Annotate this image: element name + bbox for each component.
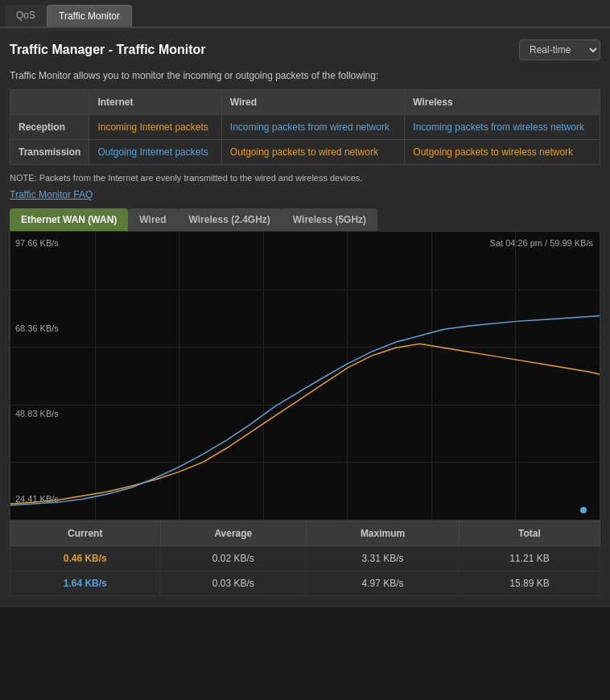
- stats-total-1: 11.21 KB: [459, 546, 600, 571]
- cell-transmission-internet: Outgoing Internet packets: [89, 140, 221, 165]
- stats-total-2: 15.89 KB: [459, 571, 600, 596]
- tab-qos[interactable]: QoS: [5, 5, 47, 27]
- chart-timestamp: Sat 04:26 pm / 59.99 KB/s: [490, 238, 593, 248]
- info-table: Internet Wired Wireless Reception Incomi…: [10, 89, 600, 165]
- page-title: Traffic Manager - Traffic Monitor: [10, 43, 206, 57]
- stats-col-maximum: Maximum: [307, 521, 460, 546]
- cell-transmission-wireless: Outgoing packets to wireless network: [405, 140, 600, 165]
- row-reception: Reception Incoming Internet packets Inco…: [10, 115, 600, 140]
- stats-col-total: Total: [459, 521, 600, 546]
- stats-col-average: Average: [160, 521, 307, 546]
- stats-current-1: 0.46 KB/s: [10, 546, 161, 571]
- chart-container: 97.66 KB/s 68.36 KB/s 48.83 KB/s 24.41 K…: [10, 231, 600, 521]
- main-content: Traffic Manager - Traffic Monitor Real-t…: [0, 28, 610, 607]
- stats-average-1: 0.02 KB/s: [160, 546, 307, 571]
- y-label-4: 24.41 KB/s: [15, 494, 59, 504]
- monitor-tab-wireless-24[interactable]: Wireless (2.4GHz): [178, 208, 282, 231]
- row-label-transmission: Transmission: [10, 140, 89, 165]
- link-incoming-wired[interactable]: Incoming packets from wired network: [230, 121, 389, 133]
- description: Traffic Monitor allows you to monitor th…: [10, 70, 600, 81]
- monitor-tabs: Ethernet WAN (WAN) Wired Wireless (2.4GH…: [10, 208, 600, 231]
- y-label-2: 68.36 KB/s: [15, 323, 59, 333]
- col-wired: Wired: [221, 90, 404, 115]
- realtime-select[interactable]: Real-time Last 30 min Last hour: [519, 39, 600, 60]
- monitor-tab-wan[interactable]: Ethernet WAN (WAN): [10, 208, 128, 231]
- monitor-tab-wireless-5[interactable]: Wireless (5GHz): [282, 208, 377, 231]
- header-row: Traffic Manager - Traffic Monitor Real-t…: [10, 39, 600, 60]
- y-label-3: 48.83 KB/s: [15, 409, 59, 418]
- chart-svg: [10, 232, 600, 520]
- tab-traffic-monitor[interactable]: Traffic Monitor: [47, 5, 132, 27]
- note-section: NOTE: Packets from the Internet are even…: [10, 173, 600, 183]
- stats-maximum-2: 4.97 KB/s: [307, 571, 460, 596]
- stats-maximum-1: 3.31 KB/s: [307, 546, 460, 571]
- link-outgoing-wireless[interactable]: Outgoing packets to wireless network: [413, 146, 573, 158]
- orange-line: [10, 344, 600, 504]
- link-incoming-wireless[interactable]: Incoming packets from wireless network: [413, 121, 584, 133]
- cell-reception-wired: Incoming packets from wired network: [221, 115, 404, 140]
- stats-current-2: 1.64 KB/s: [10, 571, 161, 596]
- cell-reception-internet: Incoming Internet packets: [89, 115, 221, 140]
- stats-col-current: Current: [10, 521, 161, 546]
- link-incoming-internet[interactable]: Incoming Internet packets: [97, 121, 208, 133]
- stats-row-2: 1.64 KB/s 0.03 KB/s 4.97 KB/s 15.89 KB: [10, 571, 600, 596]
- row-label-reception: Reception: [10, 115, 89, 140]
- stats-row-1: 0.46 KB/s 0.02 KB/s 3.31 KB/s 11.21 KB: [10, 546, 600, 571]
- chart-y-labels: 97.66 KB/s 68.36 KB/s 48.83 KB/s 24.41 K…: [15, 232, 59, 520]
- tab-bar: QoS Traffic Monitor: [0, 0, 610, 28]
- monitor-tab-wired[interactable]: Wired: [128, 208, 177, 231]
- col-internet: Internet: [89, 90, 221, 115]
- col-wireless: Wireless: [405, 90, 600, 115]
- link-outgoing-internet[interactable]: Outgoing Internet packets: [97, 146, 208, 158]
- cell-transmission-wired: Outgoing packets to wired network: [221, 140, 404, 165]
- row-transmission: Transmission Outgoing Internet packets O…: [10, 140, 600, 165]
- stats-average-2: 0.03 KB/s: [160, 571, 307, 596]
- col-empty: [10, 90, 89, 115]
- link-outgoing-wired[interactable]: Outgoing packets to wired network: [230, 146, 378, 158]
- y-label-1: 97.66 KB/s: [15, 238, 59, 248]
- cell-reception-wireless: Incoming packets from wireless network: [405, 115, 600, 140]
- stats-table: Current Average Maximum Total 0.46 KB/s …: [10, 521, 600, 596]
- faq-link[interactable]: Traffic Monitor FAQ: [10, 189, 600, 200]
- indicator-dot: [580, 507, 587, 513]
- blue-line: [10, 315, 600, 505]
